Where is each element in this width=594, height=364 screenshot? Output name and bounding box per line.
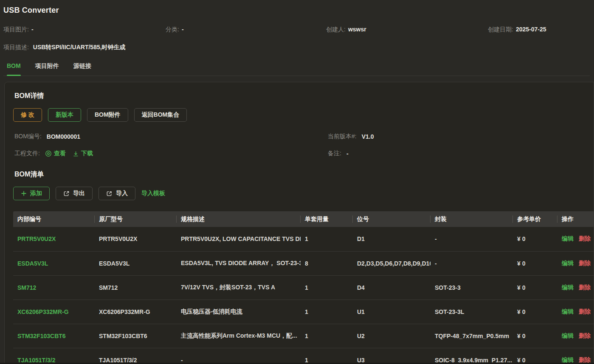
column-header: 单套用量 — [301, 211, 353, 227]
cell-mpn: XC6206P332MR-G — [95, 300, 177, 324]
table-body: PRTR5V0U2XPRTR5V0U2XPRTR5V0U2X, LOW CAPA… — [13, 227, 594, 364]
internal-number-link[interactable]: ESDA5V3L — [17, 260, 48, 267]
current-version-label: 当前版本#: — [328, 133, 357, 140]
table-row: PRTR5V0U2XPRTR5V0U2XPRTR5V0U2X, LOW CAPA… — [13, 227, 594, 251]
cell-mpn: STM32F103CBT6 — [95, 324, 177, 348]
column-header: 操作 — [557, 211, 594, 227]
edit-link[interactable]: 编辑 — [562, 260, 574, 266]
info-label: 项目图片: — [3, 26, 29, 33]
info-item: 分类:- — [166, 26, 326, 34]
bom-detail-fields: BOM编号: BOM000001 当前版本#: V1.0 工程文件: 查看 — [13, 133, 594, 157]
cell-spec: 主流高性能系列Arm Cortex-M3 MCU，配... — [177, 324, 301, 348]
cell-footprint: - — [431, 251, 513, 275]
import-button[interactable]: 导入 — [99, 187, 135, 200]
cell-actions: 编辑删除 — [557, 348, 594, 364]
download-icon — [73, 151, 79, 157]
page-title: USB Converter — [3, 6, 590, 15]
bom-table: 内部编号原厂型号规格描述单套用量位号封装参考单价操作 PRTR5V0U2XPRT… — [13, 211, 594, 364]
cell-spec: 7V/12V TVS，封装SOT-23，TVS A — [177, 275, 301, 300]
new-version-button[interactable]: 新版本 — [48, 108, 81, 122]
delete-link[interactable]: 删除 — [579, 235, 591, 242]
remark-field: 备注: - — [328, 150, 594, 157]
cell-designator: D2,D3,D5,D6,D7,D8,D9,D10 — [353, 251, 431, 275]
edit-link[interactable]: 编辑 — [562, 235, 574, 242]
column-header: 封装 — [431, 211, 513, 227]
cell-mpn: TJA1051T/3/2 — [95, 348, 177, 364]
column-header: 位号 — [353, 211, 431, 227]
edit-link[interactable]: 编辑 — [562, 308, 574, 315]
edit-link[interactable]: 编辑 — [562, 332, 574, 339]
cell-footprint: TQFP-48_7x7mm_P0.5mm — [431, 324, 513, 348]
table-row: TJA1051T/3/2TJA1051T/3/2-1U3SOIC-8_3.9x4… — [13, 348, 594, 364]
info-value: wswsr — [348, 26, 366, 33]
bom-number-value: BOM000001 — [47, 133, 80, 140]
cell-internal_no: ESDA5V3L — [13, 251, 95, 275]
delete-link[interactable]: 删除 — [579, 284, 591, 291]
edit-link[interactable]: 编辑 — [562, 356, 574, 363]
delete-link[interactable]: 删除 — [579, 308, 591, 315]
info-label: 分类: — [166, 26, 179, 33]
cell-internal_no: SM712 — [13, 275, 95, 300]
internal-number-link[interactable]: SM712 — [17, 284, 36, 291]
info-item: 创建人:wswsr — [326, 26, 488, 34]
tab-项目附件[interactable]: 项目附件 — [35, 62, 59, 76]
cell-internal_no: PRTR5V0U2X — [13, 227, 95, 251]
tab-bom[interactable]: BOM — [7, 62, 21, 76]
modify-button[interactable]: 修 改 — [13, 108, 42, 122]
remark-label: 备注: — [328, 150, 341, 157]
import-icon — [106, 190, 113, 197]
edit-link[interactable]: 编辑 — [562, 284, 574, 291]
column-header: 内部编号 — [13, 211, 95, 227]
current-version-field: 当前版本#: V1.0 — [328, 133, 594, 140]
plus-icon — [21, 190, 27, 196]
cell-designator: D4 — [353, 275, 431, 300]
table-header-row: 内部编号原厂型号规格描述单套用量位号封装参考单价操作 — [13, 211, 594, 227]
bom-detail-actions: 修 改 新版本 BOM附件 返回BOM集合 — [13, 108, 594, 122]
engineering-file-label: 工程文件: — [14, 150, 40, 157]
cell-qty: 1 — [301, 348, 353, 364]
internal-number-link[interactable]: XC6206P332MR-G — [17, 308, 69, 315]
delete-link[interactable]: 删除 — [579, 332, 591, 339]
table-row: XC6206P332MR-GXC6206P332MR-G电压稳压器-低消耗电流1… — [13, 300, 594, 324]
bom-list-actions: 添加 导出 导入 导入模板 — [13, 187, 594, 200]
cell-mpn: ESDA5V3L — [95, 251, 177, 275]
cell-internal_no: STM32F103CBT6 — [13, 324, 95, 348]
project-header: USB Converter 项目图片:-分类:-创建人:wswsr创建日期:20… — [0, 0, 594, 76]
delete-link[interactable]: 删除 — [579, 260, 591, 266]
cell-footprint: SOIC-8_3.9x4.9mm_P1.27... — [431, 348, 513, 364]
import-template-link[interactable]: 导入模板 — [141, 190, 165, 197]
eye-icon — [45, 150, 52, 157]
project-description-row: 项目描述: USB转SPI/IIC/UART/585,时钟生成 — [3, 44, 590, 51]
info-value: 2025-07-25 — [516, 26, 546, 33]
cell-qty: 1 — [301, 300, 353, 324]
info-item: 项目图片:- — [3, 26, 166, 34]
bom-list-heading: BOM清单 — [14, 170, 594, 179]
export-button[interactable]: 导出 — [56, 187, 93, 200]
column-header: 参考单价 — [513, 211, 557, 227]
cell-footprint: SOT-23-3 — [431, 275, 513, 300]
add-button[interactable]: 添加 — [13, 187, 50, 200]
cell-spec: PRTR5V0U2X, LOW CAPACITANCE TVS DIO... — [177, 227, 301, 251]
cell-actions: 编辑删除 — [557, 251, 594, 275]
back-to-bom-set-button[interactable]: 返回BOM集合 — [134, 108, 187, 122]
cell-price: ¥ 0 — [513, 251, 557, 275]
cell-mpn: PRTR5V0U2X — [95, 227, 177, 251]
internal-number-link[interactable]: PRTR5V0U2X — [17, 235, 56, 242]
cell-designator: D1 — [353, 227, 431, 251]
cell-price: ¥ 0 — [513, 227, 557, 251]
delete-link[interactable]: 删除 — [579, 356, 591, 363]
tab-源链接[interactable]: 源链接 — [73, 62, 91, 76]
info-label: 创建日期: — [488, 26, 513, 33]
table-row: STM32F103CBT6STM32F103CBT6主流高性能系列Arm Cor… — [13, 324, 594, 348]
description-value: USB转SPI/IIC/UART/585,时钟生成 — [33, 44, 126, 50]
bom-attachment-button[interactable]: BOM附件 — [87, 108, 128, 122]
internal-number-link[interactable]: STM32F103CBT6 — [17, 333, 66, 339]
download-file-link[interactable]: 下载 — [73, 150, 93, 157]
bom-detail-heading: BOM详情 — [14, 92, 594, 101]
bom-detail-card: BOM详情 修 改 新版本 BOM附件 返回BOM集合 BOM编号: BOM00… — [4, 82, 594, 364]
cell-qty: 1 — [301, 227, 353, 251]
cell-price: ¥ 0 — [513, 300, 557, 324]
view-file-link[interactable]: 查看 — [45, 150, 66, 157]
cell-designator: U3 — [353, 348, 431, 364]
current-version-value: V1.0 — [362, 133, 374, 140]
